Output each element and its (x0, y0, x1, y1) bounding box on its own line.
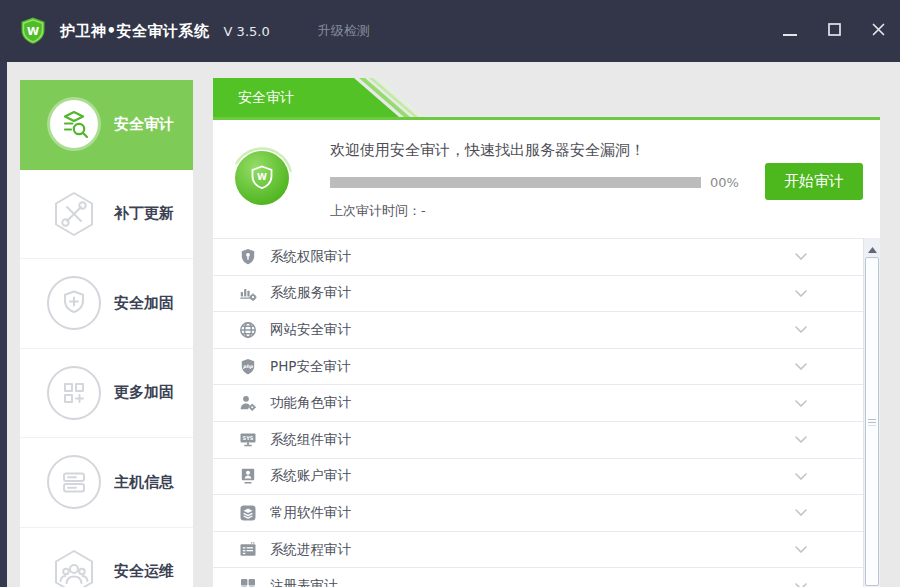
tab-label: 安全审计 (238, 89, 294, 105)
sidebar-item-3[interactable]: 更多加固 (20, 349, 193, 439)
window-left-border (0, 62, 7, 587)
permission-shield-icon (239, 248, 257, 266)
app-title: 护卫神•安全审计系统 (60, 22, 210, 41)
arrow-up-icon (868, 238, 877, 257)
scrollbar[interactable] (863, 238, 880, 587)
start-audit-button[interactable]: 开始审计 (765, 163, 863, 200)
chevron-down-icon (795, 326, 807, 333)
host-server-icon (46, 454, 102, 510)
audit-category-row-6[interactable]: 系统账户审计 (213, 459, 863, 496)
svg-text:W: W (257, 172, 267, 182)
chevron-down-icon (795, 290, 807, 297)
process-list-icon (239, 541, 257, 559)
audit-category-row-2[interactable]: 网站安全审计 (213, 312, 863, 349)
audit-category-row-0[interactable]: 系统权限审计 (213, 239, 863, 276)
software-layers-icon (239, 504, 257, 522)
audit-category-label: PHP安全审计 (270, 358, 350, 376)
audit-category-label: 系统进程审计 (270, 541, 351, 559)
svg-text:W: W (27, 25, 39, 38)
sys-component-icon: SYS (239, 431, 257, 449)
sidebar-item-0[interactable]: 安全审计 (20, 80, 193, 170)
sidebar-item-2[interactable]: 安全加固 (20, 259, 193, 349)
audit-category-row-3[interactable]: php PHP安全审计 (213, 349, 863, 386)
tab-strip: 安全审计 (213, 78, 880, 120)
php-shield-icon: php (239, 358, 257, 376)
audit-category-row-4[interactable]: 功能角色审计 (213, 385, 863, 422)
chevron-down-icon (795, 509, 807, 516)
titlebar: W 护卫神•安全审计系统 V 3.5.0 升级检测 (0, 0, 900, 62)
welcome-message: 欢迎使用安全审计，快速找出服务器安全漏洞！ (330, 141, 645, 160)
tab-diagonal-stripes (344, 78, 422, 117)
window-controls (768, 0, 900, 62)
svg-text:php: php (243, 363, 254, 368)
ops-people-icon (46, 544, 102, 587)
patch-tools-icon (46, 186, 102, 242)
app-logo-shield-icon: W (18, 16, 48, 46)
progress-percent-label: 00% (710, 175, 739, 190)
sidebar-item-label: 安全加固 (114, 294, 174, 313)
audit-category-row-1[interactable]: 系统服务审计 (213, 276, 863, 313)
audit-category-label: 常用软件审计 (270, 504, 351, 522)
maximize-button[interactable] (812, 0, 856, 62)
sidebar-item-4[interactable]: 主机信息 (20, 438, 193, 528)
chevron-down-icon (795, 546, 807, 553)
audit-progress-bar (330, 177, 701, 188)
scrollbar-grip-icon (868, 418, 876, 425)
chevron-down-icon (795, 473, 807, 480)
svg-text:SYS: SYS (243, 435, 254, 441)
service-gear-icon (239, 284, 257, 302)
audit-category-label: 系统账户审计 (270, 467, 351, 485)
audit-category-row-8[interactable]: 系统进程审计 (213, 532, 863, 569)
sidebar-item-label: 更多加固 (114, 383, 174, 402)
last-audit-time: 上次审计时间：- (330, 202, 426, 220)
sidebar-item-label: 主机信息 (114, 473, 174, 492)
maximize-icon (828, 23, 841, 39)
website-globe-icon (239, 321, 257, 339)
registry-grid-icon (239, 577, 257, 587)
chevron-down-icon (795, 436, 807, 443)
audit-category-list: 系统权限审计 系统服务审计 (213, 238, 863, 587)
sidebar: 安全审计 补丁更新 安全加固 更多加固 主机信息 (20, 80, 193, 587)
scrollbar-thumb[interactable] (865, 257, 879, 586)
chevron-down-icon (795, 400, 807, 407)
welcome-section: W 欢迎使用安全审计，快速找出服务器安全漏洞！ 00% 上次审计时间：- 开始审… (213, 120, 880, 238)
audit-category-row-9[interactable]: 注册表审计 (213, 568, 863, 587)
chevron-down-icon (795, 583, 807, 587)
app-version: V 3.5.0 (224, 24, 270, 39)
account-user-icon (239, 467, 257, 485)
sidebar-item-label: 安全审计 (114, 115, 174, 134)
content-panel: W 欢迎使用安全审计，快速找出服务器安全漏洞！ 00% 上次审计时间：- 开始审… (213, 120, 880, 587)
audit-category-label: 系统权限审计 (270, 248, 351, 266)
audit-category-row-7[interactable]: 常用软件审计 (213, 495, 863, 532)
audit-category-label: 网站安全审计 (270, 321, 351, 339)
chevron-down-icon (795, 363, 807, 370)
tab-security-audit[interactable]: 安全审计 (213, 78, 344, 117)
main-area: 安全审计 W 欢迎使用安全审计，快速找出服务器安全漏洞！ 00% 上次审计时间：… (213, 78, 880, 587)
sidebar-item-label: 补丁更新 (114, 204, 174, 223)
audit-category-label: 系统服务审计 (270, 284, 351, 302)
shield-w-progress-icon: W (230, 146, 294, 210)
close-icon (872, 23, 885, 39)
harden-shield-plus-icon (46, 275, 102, 331)
chevron-down-icon (795, 253, 807, 260)
audit-category-row-5[interactable]: SYS 系统组件审计 (213, 422, 863, 459)
audit-search-icon (46, 96, 102, 152)
close-button[interactable] (856, 0, 900, 62)
audit-category-label: 功能角色审计 (270, 394, 351, 412)
more-grid-plus-icon (46, 365, 102, 421)
audit-category-label: 注册表审计 (270, 577, 338, 587)
role-user-icon (239, 394, 257, 412)
app-window: W 护卫神•安全审计系统 V 3.5.0 升级检测 安全审计 (0, 0, 900, 587)
upgrade-check-link[interactable]: 升级检测 (318, 22, 370, 40)
scrollbar-up-button[interactable] (864, 238, 880, 256)
sidebar-item-5[interactable]: 安全运维 (20, 528, 193, 587)
audit-category-label: 系统组件审计 (270, 431, 351, 449)
sidebar-item-label: 安全运维 (114, 562, 174, 581)
minimize-button[interactable] (768, 0, 812, 62)
sidebar-item-1[interactable]: 补丁更新 (20, 170, 193, 260)
minimize-icon (783, 24, 797, 39)
